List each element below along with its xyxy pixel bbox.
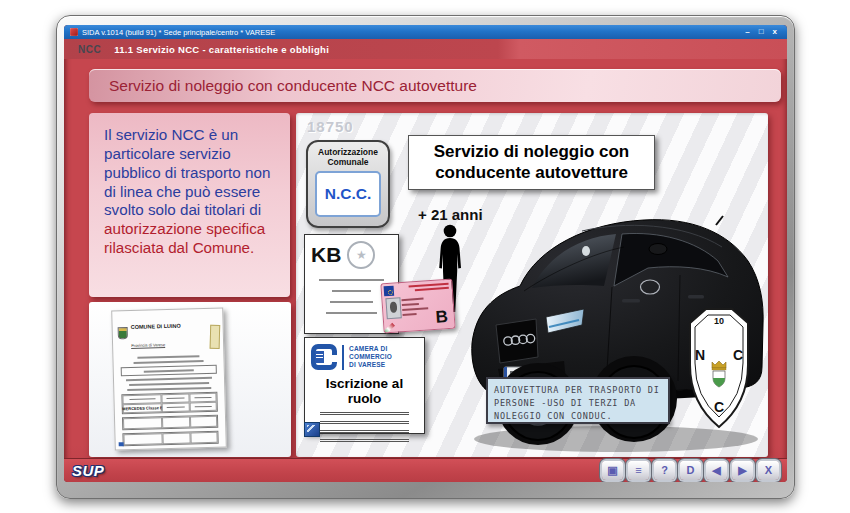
shield-coat-of-arms xyxy=(709,360,729,388)
chamber-of-commerce-card: CAMERA DI COMMERCIO DI VARESE Iscrizione… xyxy=(304,337,425,434)
chamber-org-line3: DI VARESE xyxy=(349,361,385,368)
ncc-shield: 10 N C C xyxy=(684,303,754,437)
municipality-crest-icon xyxy=(118,327,128,339)
municipal-authorization-document: COMUNE DI LUINO Provincia di Varese xyxy=(111,308,227,451)
slide-panel: 18750 Autorizzazione Comunale N.C.C. Ser… xyxy=(296,113,768,457)
slide-title-box: Servizio di noleggio con conducente auto… xyxy=(408,135,655,190)
authorization-label-line2: Comunale xyxy=(327,157,368,167)
authorization-badge: Autorizzazione Comunale N.C.C. xyxy=(306,140,390,228)
kb-code: KB xyxy=(311,243,341,267)
typewriter-caption-box: AUTOVETTURA PER TRASPORTO DI PERSONE -US… xyxy=(486,377,670,424)
typewriter-line2: PERSONE -USO DI TERZI DA xyxy=(494,397,668,410)
slide-banner: Servizio di noleggio con conducente NCC … xyxy=(89,69,781,102)
shield-letter-c-bottom: C xyxy=(684,399,754,415)
slide-banner-title: Servizio di noleggio con conducente NCC … xyxy=(109,77,477,95)
attachment-icon xyxy=(304,422,320,437)
sup-logo: SUP xyxy=(72,462,104,479)
ncc-authorization-value: N.C.C. xyxy=(315,171,381,217)
restore-button[interactable]: □ xyxy=(759,28,764,36)
license-photo xyxy=(385,297,401,319)
dictionary-button[interactable]: D xyxy=(680,461,701,480)
republic-emblem-icon: ★ xyxy=(347,241,375,269)
index-button[interactable]: ≡ xyxy=(628,461,649,480)
next-button[interactable]: ▶ xyxy=(732,461,753,480)
chamber-org-line2: COMMERCIO xyxy=(349,353,392,360)
window-title: SIDA v.1014 (build 91) * Sede principale… xyxy=(82,28,745,37)
paragraph-red-text: autorizzazione specifica rilasciata dal … xyxy=(104,220,265,256)
typewriter-line3: NOLEGGIO CON CONDUC. xyxy=(494,410,668,423)
document-municipality: COMUNE DI LUINO xyxy=(131,323,181,330)
app-icon xyxy=(70,28,78,36)
lesson-code: NCC xyxy=(78,44,101,55)
slide-number: 18750 xyxy=(307,118,354,135)
authorization-label-line1: Autorizzazione xyxy=(318,147,378,157)
chamber-caption: Iscrizione al ruolo xyxy=(311,376,418,406)
sidebar-document-card: COMUNE DI LUINO Provincia di Varese xyxy=(89,302,291,457)
shield-number: 10 xyxy=(684,316,754,326)
license-category: B xyxy=(435,307,449,328)
lesson-title: 11.1 Servizio NCC - caratteristiche e ob… xyxy=(114,44,329,55)
vehicle-model: MERCEDES Classe E xyxy=(122,405,163,411)
shield-letter-n: N xyxy=(695,347,705,363)
exit-button[interactable]: X xyxy=(758,461,779,480)
minimize-button[interactable]: – xyxy=(745,28,749,36)
title-bar: SIDA v.1014 (build 91) * Sede principale… xyxy=(64,25,787,39)
slide-view-button[interactable]: ▣ xyxy=(602,461,623,480)
app-screenshot: SIDA v.1014 (build 91) * Sede principale… xyxy=(0,0,850,513)
close-button[interactable]: x xyxy=(773,28,777,36)
window-content: SIDA v.1014 (build 91) * Sede principale… xyxy=(64,25,787,482)
paragraph-blue-text: Il servizio NCC è un particolare servizi… xyxy=(104,126,270,218)
document-footer-mark xyxy=(119,442,124,446)
sidebar-paragraph: Il servizio NCC è un particolare servizi… xyxy=(89,113,290,297)
footer-bar: SUP ▣ ≡ ? D ◀ ▶ X xyxy=(64,458,787,482)
lesson-header: NCC 11.1 Servizio NCC - caratteristiche … xyxy=(64,39,787,59)
chamber-logo-icon xyxy=(311,344,337,370)
vehicle-table: MERCEDES Classe E xyxy=(121,392,217,415)
revenue-stamp xyxy=(210,325,221,349)
eu-flag-icon xyxy=(384,286,395,297)
help-button[interactable]: ? xyxy=(654,461,675,480)
typewriter-line1: AUTOVETTURA PER TRASPORTO DI xyxy=(494,384,668,397)
app-window: SIDA v.1014 (build 91) * Sede principale… xyxy=(56,15,795,499)
shield-letter-c-right: C xyxy=(733,347,743,363)
driving-license-card: B xyxy=(380,279,455,334)
previous-button[interactable]: ◀ xyxy=(706,461,727,480)
document-province: Provincia di Varese xyxy=(131,342,165,349)
navigation-buttons: ▣ ≡ ? D ◀ ▶ X xyxy=(602,461,779,480)
chamber-org-line1: CAMERA DI xyxy=(349,345,387,352)
license-corner-stripe xyxy=(382,323,395,334)
